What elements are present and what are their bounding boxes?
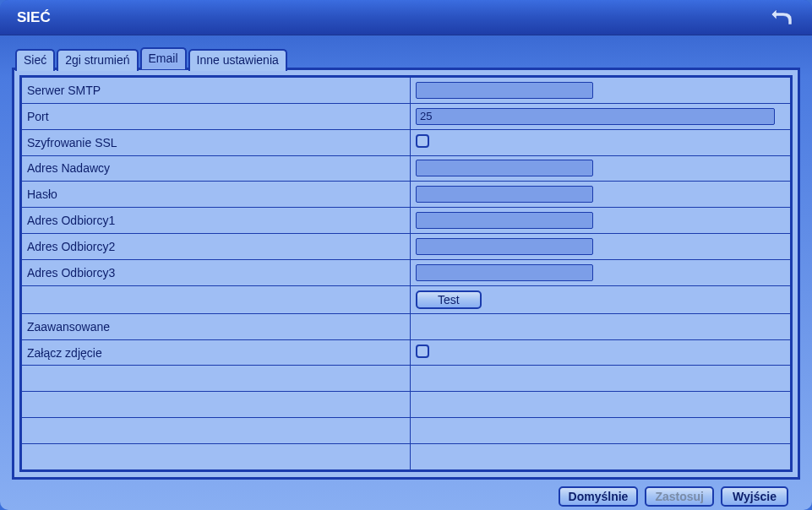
recipient1-label: Adres Odbiorcy1 xyxy=(22,208,411,234)
email-settings-table: Serwer SMTP Port Szyfrowanie SSL xyxy=(21,77,791,470)
titlebar: SIEĆ xyxy=(0,0,812,35)
row-empty4 xyxy=(22,443,791,469)
panel: Serwer SMTP Port Szyfrowanie SSL xyxy=(12,68,800,480)
exit-button[interactable]: Wyjście xyxy=(721,486,788,507)
row-password: Hasło xyxy=(22,182,791,208)
recipient2-label: Adres Odbiorcy2 xyxy=(22,234,411,260)
tab-other-settings[interactable]: Inne ustawienia xyxy=(188,49,287,71)
row-empty2 xyxy=(22,392,791,418)
row-recipient2: Adres Odbiorcy2 xyxy=(22,234,791,260)
recipient3-label: Adres Odbiorcy3 xyxy=(22,259,411,285)
smtp-server-input[interactable] xyxy=(416,82,593,99)
window-title: SIEĆ xyxy=(17,9,51,26)
row-smtp-server: Serwer SMTP xyxy=(22,78,791,104)
password-input[interactable] xyxy=(416,186,593,203)
tab-bar: Sieć 2gi strumień Email Inne ustawienia xyxy=(15,47,800,69)
ssl-label: Szyfrowanie SSL xyxy=(22,129,411,155)
default-button[interactable]: Domyślnie xyxy=(559,486,639,507)
sender-input[interactable] xyxy=(416,160,593,176)
row-advanced: Zaawansowane xyxy=(22,313,791,339)
row-port: Port xyxy=(22,103,791,129)
row-attach-image: Załącz zdjęcie xyxy=(22,339,791,366)
row-ssl: Szyfrowanie SSL xyxy=(22,129,791,155)
apply-button[interactable]: Zastosuj xyxy=(645,486,714,507)
ssl-checkbox[interactable] xyxy=(416,134,429,148)
row-empty3 xyxy=(22,418,791,444)
footer-buttons: Domyślnie Zastosuj Wyjście xyxy=(12,481,800,507)
tab-second-stream[interactable]: 2gi strumień xyxy=(57,49,138,71)
inner-panel: Serwer SMTP Port Szyfrowanie SSL xyxy=(19,75,793,472)
network-settings-window: SIEĆ Sieć 2gi strumień Email Inne ustawi… xyxy=(0,0,812,510)
test-button[interactable]: Test xyxy=(416,290,482,309)
recipient3-input[interactable] xyxy=(416,264,593,281)
row-test: Test xyxy=(22,285,791,313)
row-sender: Adres Nadawcy xyxy=(22,155,791,182)
port-label: Port xyxy=(22,103,411,129)
tab-network[interactable]: Sieć xyxy=(15,49,55,71)
password-label: Hasło xyxy=(22,182,411,208)
recipient2-input[interactable] xyxy=(416,238,593,255)
recipient1-input[interactable] xyxy=(416,212,593,229)
advanced-value xyxy=(411,313,791,339)
content-area: Sieć 2gi strumień Email Inne ustawienia … xyxy=(0,35,812,507)
back-icon[interactable] xyxy=(771,8,795,28)
port-input[interactable] xyxy=(416,108,775,125)
test-empty-label xyxy=(22,285,411,313)
advanced-label: Zaawansowane xyxy=(22,313,411,339)
sender-label: Adres Nadawcy xyxy=(22,155,411,182)
tab-email[interactable]: Email xyxy=(140,47,187,69)
attach-image-checkbox[interactable] xyxy=(416,345,429,358)
row-empty1 xyxy=(22,366,791,392)
row-recipient3: Adres Odbiorcy3 xyxy=(22,259,791,285)
smtp-server-label: Serwer SMTP xyxy=(22,78,411,104)
row-recipient1: Adres Odbiorcy1 xyxy=(22,208,791,234)
attach-image-label: Załącz zdjęcie xyxy=(22,339,411,366)
